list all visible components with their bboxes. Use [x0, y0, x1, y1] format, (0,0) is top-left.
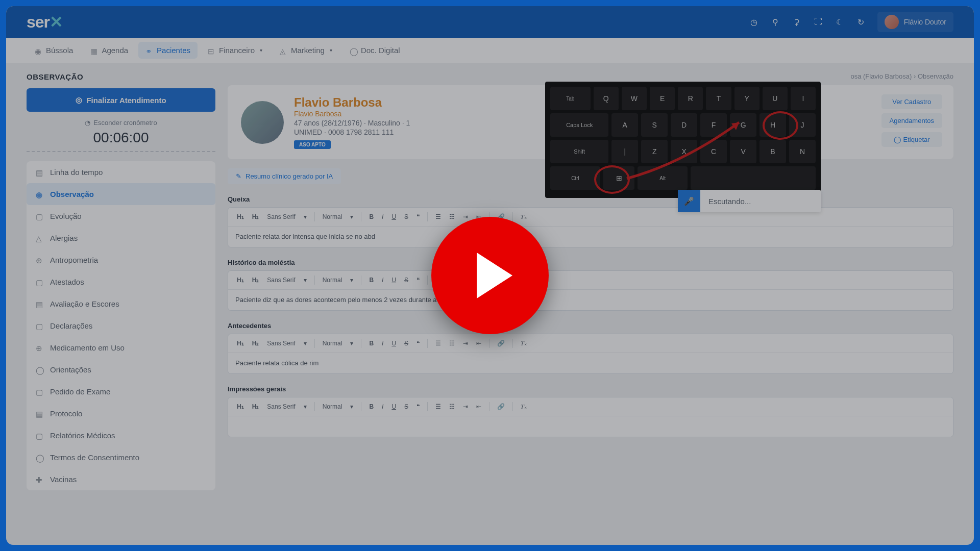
antecedentes-label: Antecedentes: [228, 322, 953, 330]
finalize-button[interactable]: ◎ Finalizar Atendimento: [27, 88, 215, 112]
underline-button[interactable]: U: [389, 212, 399, 222]
key-tab: Tab: [550, 87, 591, 110]
historico-text[interactable]: Paciente diz que as dores acontecem pelo…: [228, 290, 953, 310]
user-avatar: [885, 15, 899, 29]
h1-button[interactable]: H₁: [234, 212, 247, 222]
refresh-icon[interactable]: ↻: [856, 17, 866, 27]
ver-cadastro-button[interactable]: Ver Cadastro: [881, 94, 942, 109]
sidebar-item-vacinas[interactable]: ✚Vacinas: [27, 468, 215, 490]
topbar: ser✕ ◷ ⚲ ⚳ ⛶ ☾ ↻ Flávio Doutor: [6, 6, 974, 38]
sidebar-item-orientacoes[interactable]: ◯Orientações: [27, 359, 215, 381]
queixa-toolbar: H₁ H₂ Sans Serif ▾ Normal ▾ B I U S ❝: [228, 208, 953, 227]
brand-logo: ser✕: [27, 12, 63, 32]
key-ctrl: Ctrl: [550, 166, 600, 190]
user-menu[interactable]: Flávio Doutor: [877, 12, 953, 32]
hide-timer-link[interactable]: ◔ Esconder cronômetro: [27, 119, 215, 127]
sidebar-item-declaracoes[interactable]: ▢Declarações: [27, 315, 215, 337]
user-name: Flávio Doutor: [904, 18, 946, 26]
sidebar-item-relatorios[interactable]: ▢Relatórios Médicos: [27, 424, 215, 446]
sidebar-item-atestados[interactable]: ▢Atestados: [27, 271, 215, 293]
sidebar-item-protocolo[interactable]: ▤Protocolo: [27, 403, 215, 424]
listening-text: Escutando...: [700, 197, 759, 206]
moon-icon[interactable]: ☾: [835, 17, 845, 27]
nav-doc-digital[interactable]: ◯Doc. Digital: [342, 42, 407, 59]
play-video-button[interactable]: [431, 217, 549, 334]
people-icon[interactable]: ⚳: [792, 17, 802, 27]
font-select[interactable]: Sans Serif: [264, 212, 298, 222]
breadcrumb: osa (Flavio Barbosa) › Observação: [228, 72, 953, 80]
person-icon[interactable]: ⚲: [770, 17, 780, 27]
side-nav: ▤Linha do tempo ◉Observação ▢Evolução △A…: [27, 161, 215, 490]
agendamentos-button[interactable]: Agendamentos: [881, 113, 942, 128]
sidebar-item-antropometria[interactable]: ⊕Antropometria: [27, 249, 215, 271]
sidebar-item-alergias[interactable]: △Alergias: [27, 227, 215, 249]
historico-editor: H₁ H₂ Sans Serif▾ Normal▾ B I U S ❝ ☰☷⇥⇤: [228, 270, 953, 311]
nav-pacientes[interactable]: ⚭Pacientes: [138, 42, 198, 59]
expand-icon[interactable]: ⛶: [813, 17, 823, 27]
key-shift: Shift: [550, 140, 608, 163]
impressoes-editor: H₁ H₂ Sans Serif▾ Normal▾ B I U S ❝ ☰☷⇥⇤: [228, 397, 953, 437]
impressoes-text[interactable]: [228, 416, 953, 437]
quote-button[interactable]: ❝: [414, 212, 422, 222]
impressoes-label: Impressões gerais: [228, 385, 953, 393]
mic-icon: 🎤: [678, 190, 700, 212]
timer-box: ◔ Esconder cronômetro 00:06:00: [27, 112, 215, 161]
patient-avatar: [241, 101, 284, 144]
keyboard-overlay: Tab Q W E R T Y U I Caps Lock A S D F G …: [545, 82, 821, 198]
antecedentes-text[interactable]: Paciente relata cólica de rim: [228, 353, 953, 373]
play-icon: [477, 253, 512, 298]
main-nav: ◉Bússola ▦Agenda ⚭Pacientes ⊟Financeiro▾…: [6, 38, 974, 63]
page-title: OBSERVAÇÃO: [27, 72, 215, 81]
sidebar-item-linha-do-tempo[interactable]: ▤Linha do tempo: [27, 161, 215, 183]
sidebar-item-observacao[interactable]: ◉Observação: [27, 183, 215, 205]
h2-button[interactable]: H₂: [250, 212, 262, 222]
bold-button[interactable]: B: [366, 212, 376, 222]
size-select[interactable]: Normal: [320, 212, 345, 222]
sidebar-item-pedido-exame[interactable]: ▢Pedido de Exame: [27, 381, 215, 403]
etiquetar-button[interactable]: ◯ Etiquetar: [881, 132, 942, 147]
queixa-text[interactable]: Paciente relata dor intensa que inicia s…: [228, 227, 953, 247]
strike-button[interactable]: S: [402, 212, 411, 222]
patient-badge: ASO APTO: [294, 140, 331, 149]
sidebar-item-medicamento[interactable]: ⊕Medicamento em Uso: [27, 337, 215, 359]
nav-marketing[interactable]: ◬Marketing▾: [273, 42, 339, 59]
listening-box: 🎤 Escutando...: [678, 190, 821, 212]
list-ol-button[interactable]: ☷: [447, 212, 457, 222]
nav-bussola[interactable]: ◉Bússola: [28, 42, 80, 59]
queixa-editor: H₁ H₂ Sans Serif ▾ Normal ▾ B I U S ❝: [228, 207, 953, 247]
list-ul-button[interactable]: ☰: [433, 212, 444, 222]
sidebar-item-avaliacao[interactable]: ▤Avaliação e Escores: [27, 293, 215, 315]
sidebar-item-evolucao[interactable]: ▢Evolução: [27, 205, 215, 227]
sidebar-item-termos[interactable]: ◯Termos de Consentimento: [27, 446, 215, 468]
font-caret[interactable]: ▾: [301, 212, 309, 222]
highlight-h-key: [763, 111, 798, 140]
nav-financeiro[interactable]: ⊟Financeiro▾: [201, 42, 270, 59]
clear-button[interactable]: 𝑇ₓ: [518, 212, 529, 222]
clock-icon[interactable]: ◷: [749, 17, 759, 27]
shortcut-arrow: [617, 117, 749, 184]
antecedentes-editor: H₁ H₂ Sans Serif▾ Normal▾ B I U S ❝ ☰☷⇥⇤: [228, 334, 953, 374]
key-caps: Caps Lock: [550, 113, 608, 137]
timer-value: 00:06:00: [27, 130, 215, 146]
nav-agenda[interactable]: ▦Agenda: [83, 42, 135, 59]
italic-button[interactable]: I: [379, 212, 386, 222]
ai-summary-pill[interactable]: ✎ Resumo clínico gerado por IA: [228, 168, 341, 184]
historico-label: Histórico da moléstia: [228, 259, 953, 266]
